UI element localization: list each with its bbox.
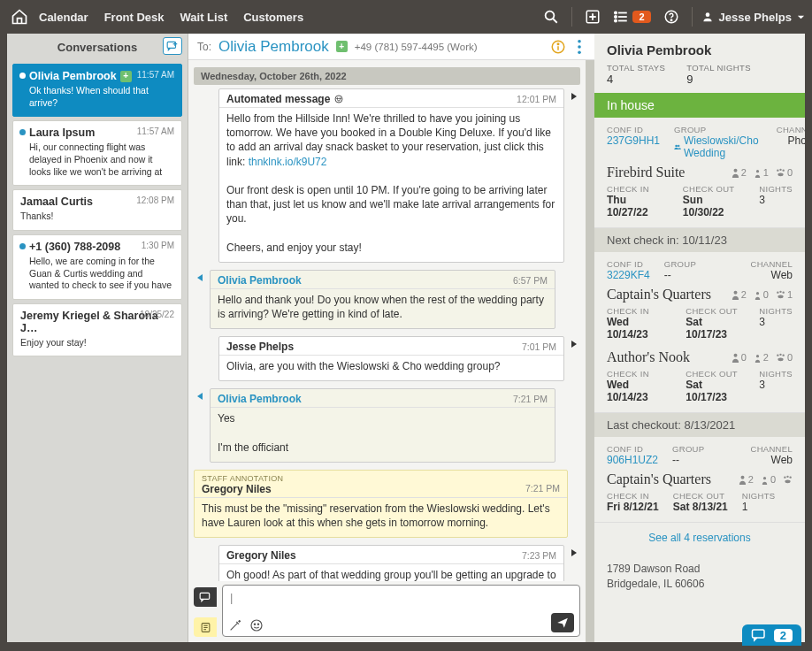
tasks-badge: 2 [632,11,650,23]
tasks-icon[interactable]: 2 [613,5,650,28]
help-icon[interactable] [660,5,683,28]
nav-calendar[interactable]: Calendar [39,11,88,24]
home-icon[interactable] [7,4,32,29]
user-menu[interactable]: Jesse Phelps [701,11,805,24]
nav-customers[interactable]: Customers [243,11,303,24]
svg-line-1 [554,19,558,23]
nav-wait-list[interactable]: Wait List [180,11,228,24]
user-name: Jesse Phelps [719,11,792,24]
svg-point-12 [670,19,672,21]
svg-point-13 [705,12,709,17]
nav-front-desk[interactable]: Front Desk [104,11,165,24]
svg-point-9 [615,16,617,18]
svg-point-10 [615,19,617,21]
add-reservation-icon[interactable] [581,5,604,28]
svg-point-8 [615,11,617,13]
search-icon[interactable] [540,5,563,28]
svg-point-0 [546,11,555,20]
